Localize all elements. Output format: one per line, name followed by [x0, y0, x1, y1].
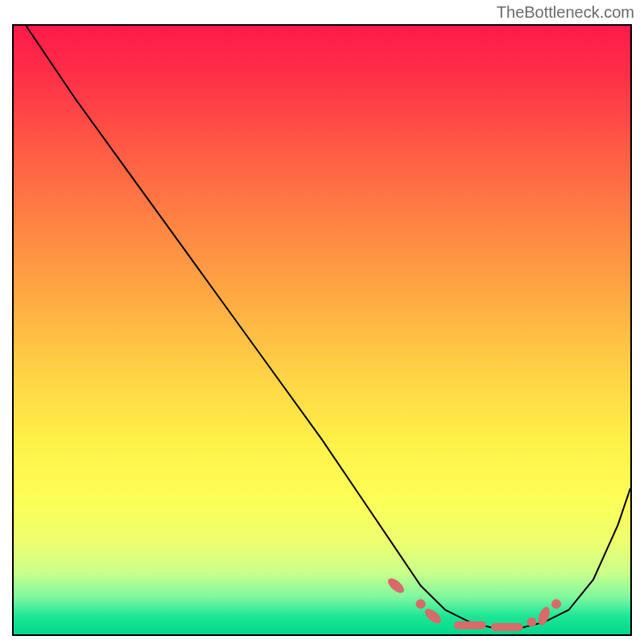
curve-marker — [551, 599, 561, 609]
curve-marker — [416, 599, 426, 609]
curve-marker — [423, 606, 444, 625]
curve-markers — [386, 576, 561, 631]
attribution-text: TheBottleneck.com — [497, 3, 634, 22]
curve-layer — [14, 26, 630, 634]
curve-marker — [526, 617, 536, 627]
curve-marker — [454, 621, 486, 630]
curve-marker — [491, 623, 523, 631]
curve-marker — [386, 576, 407, 595]
bottleneck-curve-line — [26, 26, 630, 628]
chart-plot-area — [12, 24, 632, 636]
